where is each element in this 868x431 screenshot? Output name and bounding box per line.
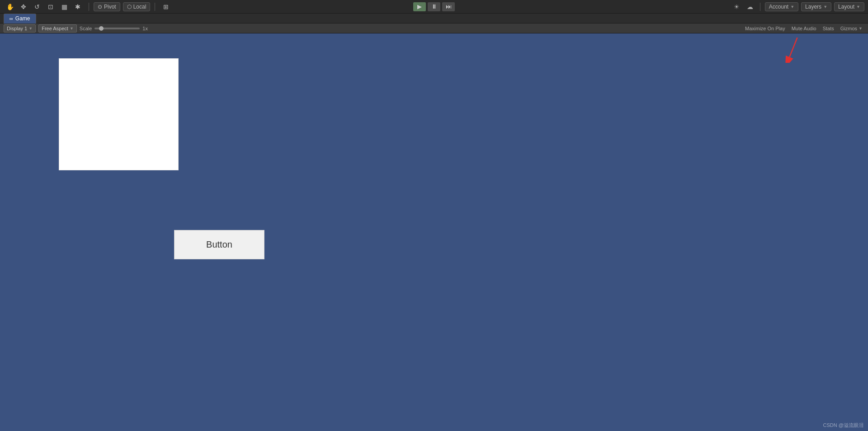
account-button[interactable]: Account ▼ (765, 2, 798, 11)
layout-label: Layout (838, 4, 854, 10)
svg-line-1 (789, 37, 797, 57)
account-label: Account (769, 4, 788, 10)
step-icon: ⏭ (446, 3, 452, 10)
display-label: Display 1 (7, 26, 27, 31)
transform-tool-button[interactable]: ✱ (71, 2, 84, 12)
sun-icon: ☀ (734, 3, 740, 10)
toolbar-center: ▶ ⏸ ⏭ (413, 2, 455, 11)
cloud-icon: ☁ (747, 3, 753, 10)
aspect-dropdown[interactable]: Free Aspect ▼ (38, 24, 77, 33)
rect-icon: ▦ (60, 3, 68, 11)
hand-icon: ✋ (6, 3, 14, 11)
custom-tool-button[interactable]: ⊞ (160, 2, 172, 12)
watermark: CSDN @溢流眼泪 (823, 422, 863, 429)
play-icon: ▶ (417, 3, 422, 10)
ui-game-button[interactable]: Button (174, 230, 264, 259)
game-tab-label: Game (15, 15, 30, 22)
rotate-icon: ↺ (33, 3, 41, 11)
scale-thumb (99, 26, 104, 31)
game-viewport: Button CSDN @溢流眼泪 (0, 33, 868, 431)
move-icon: ✥ (19, 3, 28, 11)
scale-tool-button[interactable]: ⊡ (44, 2, 57, 12)
custom-icon: ⊞ (162, 3, 170, 11)
gizmos-label: Gizmos (840, 26, 857, 31)
toolbar-separator-2 (155, 3, 155, 11)
local-icon: ⬡ (127, 4, 132, 10)
game-toolbar-right: Maximize On Play Mute Audio Stats Gizmos… (743, 24, 864, 33)
pause-icon: ⏸ (431, 3, 437, 10)
gizmos-chevron-icon: ▼ (859, 26, 863, 31)
layers-chevron-icon: ▼ (823, 5, 827, 9)
account-chevron-icon: ▼ (790, 5, 794, 9)
toolbar-right: ☀ ☁ Account ▼ Layers ▼ Layout ▼ (731, 2, 864, 11)
sun-button[interactable]: ☀ (731, 2, 742, 11)
scale-icon: ⊡ (47, 3, 55, 11)
toolbar-left: ✋ ✥ ↺ ⊡ ▦ ✱ ⊙ Pivot ⬡ Local (4, 2, 730, 12)
tab-bar: ∞ Game (0, 14, 868, 23)
display-dropdown[interactable]: Display 1 ▼ (4, 24, 36, 33)
rotate-tool-button[interactable]: ↺ (31, 2, 43, 12)
maximize-on-play-button[interactable]: Maximize On Play (743, 25, 787, 32)
game-tab[interactable]: ∞ Game (4, 14, 36, 23)
aspect-chevron-icon: ▼ (70, 26, 74, 31)
aspect-label: Free Aspect (42, 26, 68, 31)
watermark-text: CSDN @溢流眼泪 (823, 422, 863, 428)
transform-icon: ✱ (74, 3, 82, 11)
toolbar-separator-3 (760, 3, 760, 11)
rect-tool-button[interactable]: ▦ (58, 2, 71, 12)
stats-button[interactable]: Stats (821, 25, 836, 32)
mute-audio-button[interactable]: Mute Audio (790, 25, 818, 32)
step-button[interactable]: ⏭ (442, 2, 455, 11)
mute-label: Mute Audio (792, 26, 816, 31)
layout-button[interactable]: Layout ▼ (834, 2, 864, 11)
display-chevron-icon: ▼ (28, 26, 33, 31)
pivot-label: Pivot (104, 4, 116, 10)
main-toolbar: ✋ ✥ ↺ ⊡ ▦ ✱ ⊙ Pivot ⬡ Local (0, 0, 868, 14)
gizmos-button[interactable]: Gizmos ▼ (839, 24, 864, 33)
scale-slider[interactable] (94, 28, 140, 29)
tool-group: ✋ ✥ ↺ ⊡ ▦ ✱ (4, 2, 84, 12)
ui-white-panel (59, 58, 179, 170)
play-button[interactable]: ▶ (413, 2, 426, 11)
scale-label: Scale (80, 26, 92, 31)
layout-chevron-icon: ▼ (856, 5, 860, 9)
pause-button[interactable]: ⏸ (428, 2, 440, 11)
layers-button[interactable]: Layers ▼ (801, 2, 831, 11)
local-label: Local (133, 4, 146, 10)
move-tool-button[interactable]: ✥ (17, 2, 30, 12)
cloud-button[interactable]: ☁ (745, 2, 755, 11)
layers-label: Layers (805, 4, 821, 10)
game-toolbar: Display 1 ▼ Free Aspect ▼ Scale 1x Maxim… (0, 23, 868, 33)
local-button[interactable]: ⬡ Local (123, 2, 151, 11)
hand-tool-button[interactable]: ✋ (4, 2, 16, 12)
pivot-icon: ⊙ (98, 4, 102, 10)
toolbar-separator-1 (89, 3, 89, 11)
scale-value: 1x (142, 26, 148, 31)
pivot-button[interactable]: ⊙ Pivot (94, 2, 120, 11)
ui-button-text: Button (206, 239, 232, 250)
stats-label: Stats (823, 26, 834, 31)
maximize-label: Maximize On Play (745, 26, 785, 31)
game-toolbar-left: Display 1 ▼ Free Aspect ▼ Scale 1x (4, 24, 740, 33)
game-tab-icon: ∞ (9, 16, 13, 21)
